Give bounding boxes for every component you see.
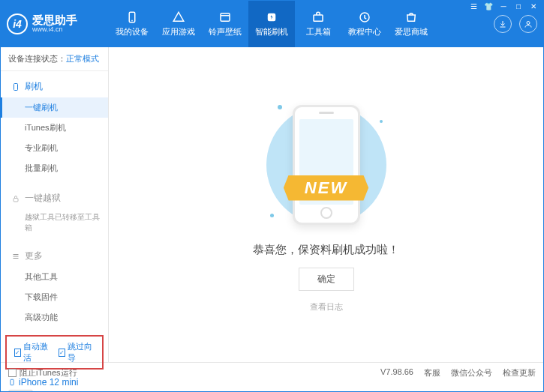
minimize-icon[interactable]: ─ bbox=[498, 2, 509, 10]
cb-label: 自动激活 bbox=[23, 341, 50, 364]
checkbox-auto-activate[interactable]: ✓自动激活 bbox=[14, 341, 51, 364]
conn-label: 设备连接状态： bbox=[8, 54, 66, 63]
nav-label: 智能刷机 bbox=[255, 26, 288, 37]
sidebar-flash-header[interactable]: 刷机 bbox=[1, 76, 108, 97]
skin-icon[interactable]: 👕 bbox=[483, 2, 494, 10]
cb-label: 阻止iTunes运行 bbox=[20, 367, 77, 379]
sidebar-item-pro[interactable]: 专业刷机 bbox=[1, 138, 108, 158]
sidebar-item-advanced[interactable]: 高级功能 bbox=[1, 307, 108, 328]
nav-tutorials[interactable]: 教程中心 bbox=[341, 1, 388, 47]
phone-icon bbox=[125, 10, 139, 24]
sidebar-item-other[interactable]: 其他工具 bbox=[1, 267, 108, 287]
new-ribbon: NEW bbox=[284, 175, 368, 201]
logo-title: 爱思助手 bbox=[32, 14, 77, 27]
sidebar: 设备连接状态：正常模式 刷机 一键刷机 iTunes刷机 专业刷机 批量刷机 一… bbox=[1, 47, 109, 362]
nav-store[interactable]: 爱思商城 bbox=[388, 1, 434, 47]
footer-update[interactable]: 检查更新 bbox=[503, 367, 536, 379]
sidebar-more-header[interactable]: 更多 bbox=[1, 245, 108, 267]
app-header: ☰ 👕 ─ □ ✕ i4 爱思助手 www.i4.cn 我的设备 应用游戏 铃声… bbox=[1, 1, 543, 47]
wallpaper-icon bbox=[218, 10, 232, 24]
version-label: V7.98.66 bbox=[380, 367, 413, 379]
user-icon bbox=[524, 19, 533, 28]
app-logo: i4 爱思助手 www.i4.cn bbox=[7, 13, 109, 34]
nav-flash[interactable]: 智能刷机 bbox=[248, 1, 295, 47]
confirm-button[interactable]: 确定 bbox=[299, 268, 354, 291]
view-log-link[interactable]: 查看日志 bbox=[310, 301, 343, 313]
sidebar-item-oneclick[interactable]: 一键刷机 bbox=[1, 97, 108, 118]
phone-icon bbox=[11, 82, 20, 91]
nav-apps[interactable]: 应用游戏 bbox=[155, 1, 202, 47]
main-nav: 我的设备 应用游戏 铃声壁纸 智能刷机 工具箱 教程中心 爱思商城 bbox=[109, 1, 434, 47]
nav-label: 铃声壁纸 bbox=[209, 26, 242, 37]
download-button[interactable] bbox=[494, 15, 512, 33]
download-icon bbox=[498, 19, 507, 28]
svg-rect-4 bbox=[314, 15, 323, 21]
device-name: iPhone 12 mini bbox=[8, 377, 101, 388]
close-icon[interactable]: ✕ bbox=[528, 2, 539, 10]
tutorial-icon bbox=[358, 10, 371, 24]
window-controls: ☰ 👕 ─ □ ✕ bbox=[468, 2, 539, 10]
sidebar-item-batch[interactable]: 批量刷机 bbox=[1, 158, 108, 178]
sidebar-jailbreak-header: 一键越狱 bbox=[1, 187, 108, 209]
sidebar-item-download-fw[interactable]: 下载固件 bbox=[1, 287, 108, 307]
section-title: 一键越狱 bbox=[25, 192, 61, 205]
svg-rect-7 bbox=[14, 83, 18, 90]
cb-label: 跳过向导 bbox=[68, 341, 95, 364]
nav-label: 爱思商城 bbox=[395, 26, 428, 37]
logo-url: www.i4.cn bbox=[32, 26, 77, 34]
user-button[interactable] bbox=[519, 15, 537, 33]
nav-label: 教程中心 bbox=[348, 26, 381, 37]
nav-toolbox[interactable]: 工具箱 bbox=[295, 1, 341, 47]
nav-label: 我的设备 bbox=[116, 26, 149, 37]
lock-icon bbox=[11, 194, 20, 203]
apps-icon bbox=[172, 10, 185, 24]
list-icon bbox=[11, 252, 20, 261]
flash-icon bbox=[265, 10, 278, 24]
svg-point-6 bbox=[527, 22, 530, 25]
main-content: NEW 恭喜您，保资料刷机成功啦！ 确定 查看日志 bbox=[109, 47, 543, 362]
success-illustration: NEW bbox=[263, 97, 390, 232]
svg-rect-12 bbox=[11, 379, 14, 385]
logo-icon: i4 bbox=[7, 13, 28, 34]
nav-label: 应用游戏 bbox=[162, 26, 195, 37]
phone-icon bbox=[8, 377, 16, 388]
conn-mode: 正常模式 bbox=[66, 54, 99, 63]
svg-rect-8 bbox=[14, 198, 18, 202]
connection-status: 设备连接状态：正常模式 bbox=[1, 47, 108, 71]
nav-label: 工具箱 bbox=[306, 26, 331, 37]
nav-ringtones[interactable]: 铃声壁纸 bbox=[202, 1, 248, 47]
section-title: 更多 bbox=[25, 250, 43, 262]
menu-icon[interactable]: ☰ bbox=[468, 2, 479, 10]
toolbox-icon bbox=[311, 10, 325, 24]
store-icon bbox=[404, 10, 418, 24]
jailbreak-note: 越狱工具已转移至工具箱 bbox=[1, 209, 108, 236]
checkbox-skip-guide[interactable]: ✓跳过向导 bbox=[59, 341, 95, 364]
success-message: 恭喜您，保资料刷机成功啦！ bbox=[253, 243, 399, 257]
option-checkboxes: ✓自动激活 ✓跳过向导 bbox=[5, 335, 104, 370]
sidebar-item-itunes[interactable]: iTunes刷机 bbox=[1, 118, 108, 138]
footer-support[interactable]: 客服 bbox=[424, 367, 440, 379]
checkbox-block-itunes[interactable]: 阻止iTunes运行 bbox=[8, 367, 77, 379]
maximize-icon[interactable]: □ bbox=[513, 2, 524, 10]
footer-wechat[interactable]: 微信公众号 bbox=[451, 367, 492, 379]
svg-rect-2 bbox=[221, 13, 230, 22]
nav-my-device[interactable]: 我的设备 bbox=[109, 1, 155, 47]
section-title: 刷机 bbox=[25, 80, 43, 93]
